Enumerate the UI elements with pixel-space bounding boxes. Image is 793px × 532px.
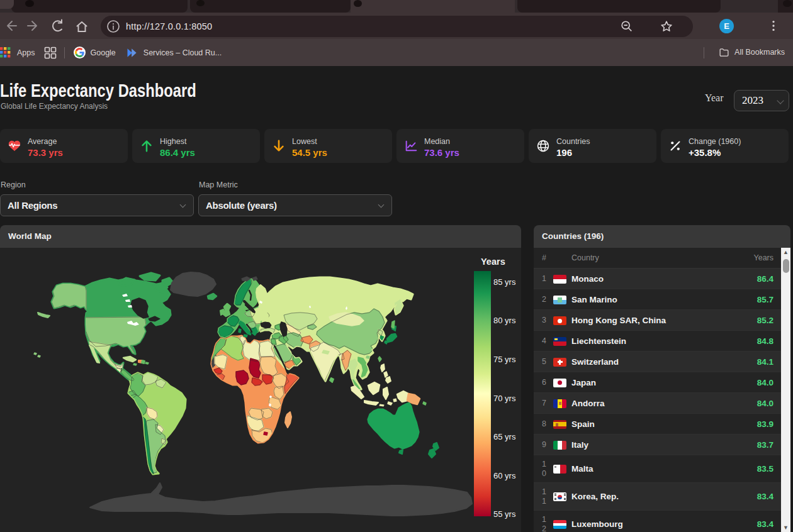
svg-text:80 yrs: 80 yrs — [493, 316, 516, 325]
svg-text:65 yrs: 65 yrs — [493, 432, 516, 441]
svg-text:60 yrs: 60 yrs — [493, 471, 516, 480]
svg-text:85 yrs: 85 yrs — [493, 277, 516, 287]
svg-text:55 yrs: 55 yrs — [493, 509, 516, 519]
svg-text:Years: Years — [481, 257, 505, 267]
svg-text:75 yrs: 75 yrs — [493, 355, 516, 364]
svg-text:70 yrs: 70 yrs — [493, 394, 516, 403]
